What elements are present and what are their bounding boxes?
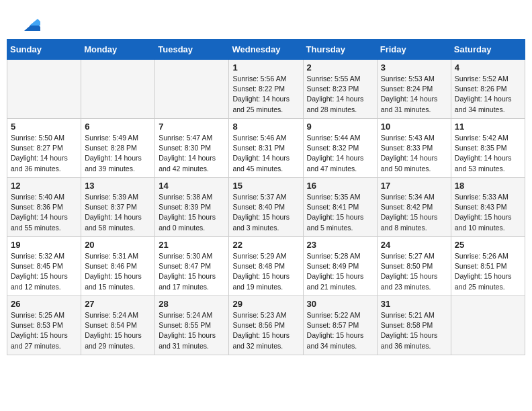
day-number: 17 (381, 181, 447, 191)
day-info: Sunrise: 5:46 AM Sunset: 8:31 PM Dayligh… (232, 133, 299, 174)
day-info: Sunrise: 5:24 AM Sunset: 8:54 PM Dayligh… (85, 310, 151, 351)
day-number: 25 (455, 240, 521, 250)
day-info: Sunrise: 5:43 AM Sunset: 8:33 PM Dayligh… (381, 133, 447, 174)
day-cell: 30Sunrise: 5:22 AM Sunset: 8:57 PM Dayli… (303, 296, 377, 355)
day-cell: 5Sunrise: 5:50 AM Sunset: 8:27 PM Daylig… (7, 119, 81, 178)
day-info: Sunrise: 5:30 AM Sunset: 8:47 PM Dayligh… (159, 251, 225, 292)
day-number: 30 (307, 299, 373, 309)
day-cell: 11Sunrise: 5:42 AM Sunset: 8:35 PM Dayli… (451, 119, 525, 178)
day-info: Sunrise: 5:40 AM Sunset: 8:36 PM Dayligh… (11, 192, 77, 233)
day-number: 23 (307, 240, 373, 250)
day-cell: 8Sunrise: 5:46 AM Sunset: 8:31 PM Daylig… (229, 119, 303, 178)
day-number: 14 (159, 181, 225, 191)
day-number: 10 (381, 122, 447, 132)
logo-icon (19, 12, 40, 34)
day-cell: 12Sunrise: 5:40 AM Sunset: 8:36 PM Dayli… (7, 178, 81, 237)
day-info: Sunrise: 5:22 AM Sunset: 8:57 PM Dayligh… (307, 310, 373, 351)
week-row-3: 12Sunrise: 5:40 AM Sunset: 8:36 PM Dayli… (7, 178, 525, 237)
page-header (0, 0, 532, 39)
day-number: 6 (85, 122, 151, 132)
day-number: 1 (232, 62, 299, 73)
day-info: Sunrise: 5:35 AM Sunset: 8:41 PM Dayligh… (307, 192, 373, 233)
day-number: 21 (159, 240, 225, 250)
day-info: Sunrise: 5:50 AM Sunset: 8:27 PM Dayligh… (11, 133, 77, 174)
day-cell: 31Sunrise: 5:21 AM Sunset: 8:58 PM Dayli… (377, 296, 451, 355)
day-number: 28 (159, 299, 225, 309)
day-number: 16 (307, 181, 373, 191)
day-cell: 9Sunrise: 5:44 AM Sunset: 8:32 PM Daylig… (303, 119, 377, 178)
day-info: Sunrise: 5:29 AM Sunset: 8:48 PM Dayligh… (232, 251, 299, 292)
logo (16, 12, 40, 34)
day-number: 15 (232, 181, 299, 191)
day-cell: 26Sunrise: 5:25 AM Sunset: 8:53 PM Dayli… (7, 296, 81, 355)
week-row-4: 19Sunrise: 5:32 AM Sunset: 8:45 PM Dayli… (7, 237, 525, 296)
day-cell (7, 60, 81, 119)
day-number: 12 (11, 181, 77, 191)
header-wednesday: Wednesday (229, 40, 303, 60)
day-info: Sunrise: 5:49 AM Sunset: 8:28 PM Dayligh… (85, 133, 151, 174)
day-info: Sunrise: 5:31 AM Sunset: 8:46 PM Dayligh… (85, 251, 151, 292)
day-cell: 13Sunrise: 5:39 AM Sunset: 8:37 PM Dayli… (81, 178, 155, 237)
day-cell (451, 296, 525, 355)
day-number: 4 (455, 62, 521, 73)
day-number: 20 (85, 240, 151, 250)
day-info: Sunrise: 5:23 AM Sunset: 8:56 PM Dayligh… (232, 310, 299, 351)
header-thursday: Thursday (303, 40, 377, 60)
day-cell: 14Sunrise: 5:38 AM Sunset: 8:39 PM Dayli… (155, 178, 229, 237)
day-info: Sunrise: 5:26 AM Sunset: 8:51 PM Dayligh… (455, 251, 521, 292)
day-cell: 15Sunrise: 5:37 AM Sunset: 8:40 PM Dayli… (229, 178, 303, 237)
day-number: 9 (307, 122, 373, 132)
day-cell: 4Sunrise: 5:52 AM Sunset: 8:26 PM Daylig… (451, 60, 525, 119)
day-info: Sunrise: 5:33 AM Sunset: 8:43 PM Dayligh… (455, 192, 521, 233)
week-row-1: 1Sunrise: 5:56 AM Sunset: 8:22 PM Daylig… (7, 60, 525, 119)
day-cell: 24Sunrise: 5:27 AM Sunset: 8:50 PM Dayli… (377, 237, 451, 296)
header-row: SundayMondayTuesdayWednesdayThursdayFrid… (7, 40, 525, 60)
day-cell: 2Sunrise: 5:55 AM Sunset: 8:23 PM Daylig… (303, 60, 377, 119)
day-info: Sunrise: 5:37 AM Sunset: 8:40 PM Dayligh… (232, 192, 299, 233)
calendar-wrapper: SundayMondayTuesdayWednesdayThursdayFrid… (0, 39, 532, 362)
day-cell: 3Sunrise: 5:53 AM Sunset: 8:24 PM Daylig… (377, 60, 451, 119)
day-info: Sunrise: 5:38 AM Sunset: 8:39 PM Dayligh… (159, 192, 225, 233)
day-info: Sunrise: 5:21 AM Sunset: 8:58 PM Dayligh… (381, 310, 447, 351)
header-monday: Monday (81, 40, 155, 60)
day-cell (155, 60, 229, 119)
header-saturday: Saturday (451, 40, 525, 60)
day-info: Sunrise: 5:27 AM Sunset: 8:50 PM Dayligh… (381, 251, 447, 292)
day-cell: 28Sunrise: 5:24 AM Sunset: 8:55 PM Dayli… (155, 296, 229, 355)
day-info: Sunrise: 5:55 AM Sunset: 8:23 PM Dayligh… (307, 74, 373, 115)
day-info: Sunrise: 5:44 AM Sunset: 8:32 PM Dayligh… (307, 133, 373, 174)
day-number: 5 (11, 122, 77, 132)
day-cell: 27Sunrise: 5:24 AM Sunset: 8:54 PM Dayli… (81, 296, 155, 355)
day-cell: 18Sunrise: 5:33 AM Sunset: 8:43 PM Dayli… (451, 178, 525, 237)
day-number: 29 (232, 299, 299, 309)
day-number: 13 (85, 181, 151, 191)
header-friday: Friday (377, 40, 451, 60)
day-number: 8 (232, 122, 299, 132)
day-info: Sunrise: 5:34 AM Sunset: 8:42 PM Dayligh… (381, 192, 447, 233)
day-cell: 17Sunrise: 5:34 AM Sunset: 8:42 PM Dayli… (377, 178, 451, 237)
day-cell: 19Sunrise: 5:32 AM Sunset: 8:45 PM Dayli… (7, 237, 81, 296)
day-cell: 29Sunrise: 5:23 AM Sunset: 8:56 PM Dayli… (229, 296, 303, 355)
day-number: 3 (381, 62, 447, 73)
day-info: Sunrise: 5:25 AM Sunset: 8:53 PM Dayligh… (11, 310, 77, 351)
day-info: Sunrise: 5:24 AM Sunset: 8:55 PM Dayligh… (159, 310, 225, 351)
day-number: 7 (159, 122, 225, 132)
day-info: Sunrise: 5:52 AM Sunset: 8:26 PM Dayligh… (455, 74, 521, 115)
day-cell: 10Sunrise: 5:43 AM Sunset: 8:33 PM Dayli… (377, 119, 451, 178)
day-number: 18 (455, 181, 521, 191)
day-cell: 20Sunrise: 5:31 AM Sunset: 8:46 PM Dayli… (81, 237, 155, 296)
day-cell (81, 60, 155, 119)
day-info: Sunrise: 5:39 AM Sunset: 8:37 PM Dayligh… (85, 192, 151, 233)
day-info: Sunrise: 5:32 AM Sunset: 8:45 PM Dayligh… (11, 251, 77, 292)
calendar-table: SundayMondayTuesdayWednesdayThursdayFrid… (7, 39, 525, 355)
day-number: 27 (85, 299, 151, 309)
day-number: 26 (11, 299, 77, 309)
day-info: Sunrise: 5:42 AM Sunset: 8:35 PM Dayligh… (455, 133, 521, 174)
day-cell: 16Sunrise: 5:35 AM Sunset: 8:41 PM Dayli… (303, 178, 377, 237)
day-info: Sunrise: 5:28 AM Sunset: 8:49 PM Dayligh… (307, 251, 373, 292)
day-info: Sunrise: 5:53 AM Sunset: 8:24 PM Dayligh… (381, 74, 447, 115)
day-cell: 22Sunrise: 5:29 AM Sunset: 8:48 PM Dayli… (229, 237, 303, 296)
header-sunday: Sunday (7, 40, 81, 60)
week-row-2: 5Sunrise: 5:50 AM Sunset: 8:27 PM Daylig… (7, 119, 525, 178)
day-number: 11 (455, 122, 521, 132)
